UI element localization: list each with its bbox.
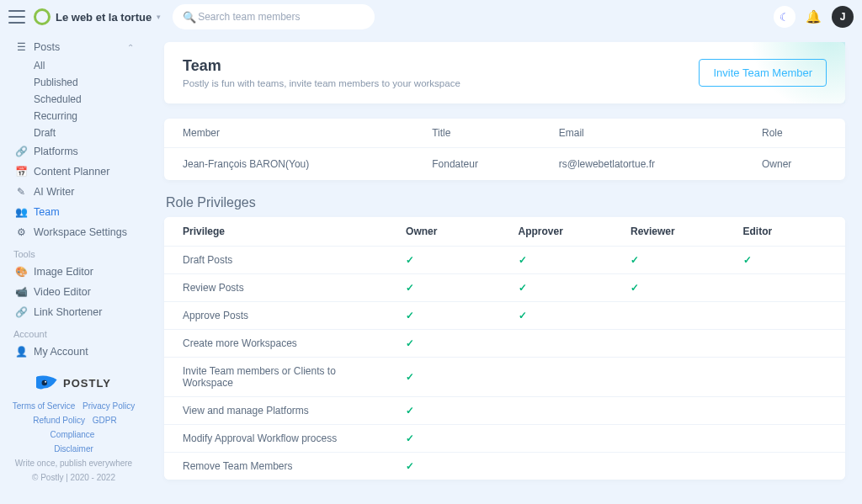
privilege-cell bbox=[508, 425, 620, 453]
privilege-cell bbox=[733, 397, 846, 425]
link-shortener-icon: 🔗 bbox=[13, 306, 29, 318]
privilege-row: Modify Approval Workflow process✓ bbox=[164, 425, 845, 453]
platforms-icon: 🔗 bbox=[13, 146, 29, 157]
link-tos[interactable]: Terms of Service bbox=[13, 401, 75, 411]
sidebar-item-posts[interactable]: ☰ Posts ⌃ bbox=[8, 37, 139, 57]
sidebar-item-label: Team bbox=[34, 206, 60, 218]
privilege-row: Approve Posts✓✓ bbox=[164, 302, 845, 330]
privilege-cell bbox=[733, 425, 846, 453]
sidebar-item-label: Content Planner bbox=[34, 166, 109, 178]
check-icon: ✓ bbox=[406, 254, 414, 266]
sidebar-item-image-editor[interactable]: 🎨Image Editor bbox=[8, 262, 139, 282]
privilege-cell bbox=[733, 358, 846, 397]
privilege-cell bbox=[620, 453, 732, 480]
sidebar-item-my-account[interactable]: 👤My Account bbox=[8, 342, 139, 362]
privilege-cell bbox=[508, 358, 620, 397]
check-icon: ✓ bbox=[743, 254, 752, 266]
sidebar-item-content-planner[interactable]: 📅Content Planner bbox=[8, 162, 139, 182]
postly-icon bbox=[36, 375, 58, 390]
privilege-cell: ✓ bbox=[396, 453, 508, 480]
sidebar-item-label: Platforms bbox=[34, 146, 78, 157]
check-icon: ✓ bbox=[406, 282, 414, 294]
menu-toggle[interactable] bbox=[8, 10, 25, 24]
privilege-cell: ✓ bbox=[396, 397, 508, 425]
privilege-cell bbox=[733, 274, 846, 302]
content-planner-icon: 📅 bbox=[13, 166, 29, 178]
sidebar-subitem-scheduled[interactable]: Scheduled bbox=[29, 91, 139, 108]
check-icon: ✓ bbox=[631, 254, 639, 266]
sidebar-item-label: My Account bbox=[34, 346, 88, 358]
sidebar-item-link-shortener[interactable]: 🔗Link Shortener bbox=[8, 302, 139, 322]
privilege-name: Modify Approval Workflow process bbox=[164, 425, 396, 453]
privilege-name: Review Posts bbox=[164, 274, 396, 302]
col-email: Email bbox=[540, 119, 743, 148]
sidebar-subitem-published[interactable]: Published bbox=[29, 74, 139, 91]
sidebar-item-platforms[interactable]: 🔗Platforms bbox=[8, 141, 139, 162]
search-icon: 🔍 bbox=[183, 11, 196, 24]
sidebar-item-ai-writer[interactable]: ✎AI Writer bbox=[8, 182, 139, 202]
my-account-icon: 👤 bbox=[13, 346, 29, 358]
check-icon: ✓ bbox=[406, 371, 414, 383]
check-icon: ✓ bbox=[406, 405, 414, 416]
priv-col-approver: Approver bbox=[508, 217, 620, 247]
privilege-name: Invite Team members or Clients to Worksp… bbox=[164, 358, 396, 397]
priv-col-privilege: Privilege bbox=[164, 217, 396, 247]
sidebar-item-label: Workspace Settings bbox=[34, 226, 127, 238]
privilege-cell bbox=[620, 425, 732, 453]
chevron-down-icon[interactable]: ▾ bbox=[157, 13, 161, 21]
page-subtitle: Postly is fun with teams, invite team me… bbox=[183, 78, 460, 88]
privilege-row: Create more Workspaces✓ bbox=[164, 330, 845, 358]
theme-toggle[interactable]: ☾ bbox=[774, 6, 795, 28]
check-icon: ✓ bbox=[406, 337, 414, 349]
privilege-cell bbox=[620, 330, 732, 358]
team-icon: 👥 bbox=[13, 206, 29, 218]
privilege-cell: ✓ bbox=[620, 247, 732, 274]
sidebar-section-tools: Tools bbox=[8, 242, 139, 262]
privilege-cell bbox=[620, 358, 732, 397]
sidebar-item-label: Posts bbox=[34, 41, 60, 53]
cell-email: rs@lewebetlatortue.fr bbox=[540, 148, 743, 181]
privilege-cell bbox=[733, 453, 846, 480]
privilege-cell bbox=[733, 302, 846, 330]
check-icon: ✓ bbox=[406, 432, 414, 444]
sidebar-subitem-recurring[interactable]: Recurring bbox=[29, 108, 139, 125]
privilege-cell bbox=[620, 397, 732, 425]
privilege-cell bbox=[508, 330, 620, 358]
privilege-cell: ✓ bbox=[508, 247, 620, 274]
col-member: Member bbox=[164, 119, 413, 148]
page-title: Team bbox=[183, 57, 460, 75]
table-row[interactable]: Jean-François BARON(You)Fondateurrs@lewe… bbox=[164, 148, 845, 181]
invite-team-button[interactable]: Invite Team Member bbox=[699, 59, 827, 87]
privilege-row: View and manage Platforms✓ bbox=[164, 397, 845, 425]
privilege-cell: ✓ bbox=[396, 330, 508, 358]
sidebar-item-team[interactable]: 👥Team bbox=[8, 202, 139, 222]
search-input[interactable] bbox=[173, 4, 375, 29]
link-refund[interactable]: Refund Policy bbox=[33, 416, 85, 425]
workspace-name[interactable]: Le web et la tortue bbox=[56, 11, 152, 24]
privilege-row: Invite Team members or Clients to Worksp… bbox=[164, 358, 845, 397]
check-icon: ✓ bbox=[631, 282, 639, 294]
svg-point-0 bbox=[42, 380, 47, 385]
link-privacy[interactable]: Privacy Policy bbox=[82, 401, 135, 411]
ai-writer-icon: ✎ bbox=[13, 186, 29, 198]
svg-point-1 bbox=[45, 381, 46, 383]
check-icon: ✓ bbox=[519, 282, 527, 294]
link-disclaimer[interactable]: Disclaimer bbox=[54, 444, 93, 454]
check-icon: ✓ bbox=[519, 254, 527, 266]
priv-col-editor: Editor bbox=[733, 217, 846, 247]
main-content: Team Postly is fun with teams, invite te… bbox=[147, 0, 862, 504]
notifications-icon[interactable]: 🔔 bbox=[806, 9, 822, 24]
privilege-cell bbox=[733, 330, 846, 358]
cell-title: Fondateur bbox=[413, 148, 540, 181]
postly-logo[interactable]: POSTLY bbox=[8, 362, 139, 399]
sidebar-subitem-all[interactable]: All bbox=[29, 57, 139, 74]
sidebar-subitem-draft[interactable]: Draft bbox=[29, 125, 139, 141]
privilege-cell: ✓ bbox=[733, 247, 846, 274]
team-members-table: Member Title Email Role Jean-François BA… bbox=[164, 119, 845, 180]
privilege-name: Create more Workspaces bbox=[164, 330, 396, 358]
sidebar-item-workspace-settings[interactable]: ⚙Workspace Settings bbox=[8, 222, 139, 242]
user-avatar[interactable]: J bbox=[832, 6, 854, 28]
col-title: Title bbox=[413, 119, 540, 148]
sidebar-item-video-editor[interactable]: 📹Video Editor bbox=[8, 282, 139, 302]
postly-wordmark: POSTLY bbox=[63, 377, 111, 390]
